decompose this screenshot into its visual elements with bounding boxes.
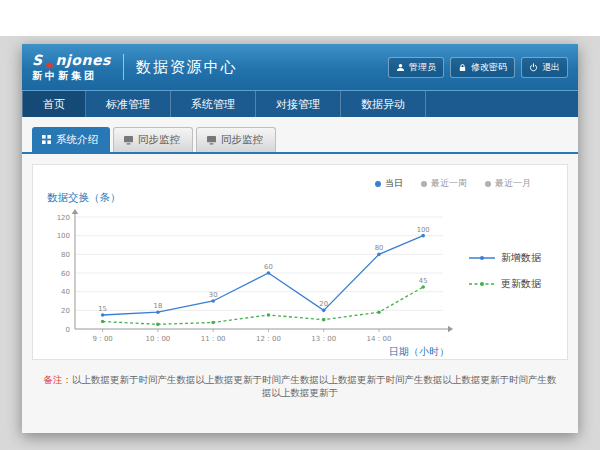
tab-label: 同步监控 (221, 133, 263, 147)
svg-text:30: 30 (209, 291, 218, 299)
user-button-label: 管理员 (409, 61, 436, 74)
brand-logo: S njones 新中新集团 (32, 53, 111, 80)
page-title: 数据资源中心 (136, 58, 238, 77)
change-password-label: 修改密码 (471, 61, 507, 74)
series-legend-item[interactable]: 更新数据 (469, 277, 541, 291)
tab-bar: 系统介绍 同步监控 同步监控 (22, 127, 578, 154)
header-actions: 管理员 修改密码 退出 (388, 57, 568, 78)
series-line-sample (469, 280, 495, 288)
monitor-icon (207, 136, 216, 145)
legend-item-last-week[interactable]: 最近一周 (421, 177, 467, 190)
monitor-icon (124, 136, 133, 145)
svg-text:60: 60 (264, 263, 273, 271)
legend-item-last-month[interactable]: 最近一月 (485, 177, 531, 190)
svg-text:12：00: 12：00 (256, 335, 281, 343)
user-button[interactable]: 管理员 (388, 57, 444, 78)
svg-text:80: 80 (61, 251, 70, 259)
note-label: 备注： (44, 374, 73, 385)
legend-dot (485, 181, 491, 187)
header-divider (123, 54, 124, 80)
legend-dot (421, 181, 427, 187)
svg-text:80: 80 (375, 244, 384, 252)
logout-button[interactable]: 退出 (521, 57, 568, 78)
nav-item-data-change[interactable]: 数据异动 (341, 91, 426, 117)
footer-note: 备注：以上数据更新于时间产生数据以上数据更新于时间产生数据以上数据更新于时间产生… (22, 374, 578, 400)
nav-item-system-mgmt[interactable]: 系统管理 (171, 91, 256, 117)
logo-text-first: S (32, 53, 43, 68)
logout-label: 退出 (542, 61, 560, 74)
app-window: S njones 新中新集团 数据资源中心 管理员 (22, 44, 578, 433)
svg-text:60: 60 (61, 270, 70, 278)
legend-item-today[interactable]: 当日 (375, 177, 403, 190)
x-axis-title: 日期（小时） (45, 345, 449, 359)
svg-text:20: 20 (319, 300, 328, 308)
line-chart-svg: 0204060801001209：0010：0011：0012：0013：001… (45, 207, 455, 349)
app-header: S njones 新中新集团 数据资源中心 管理员 (22, 44, 578, 90)
svg-text:18: 18 (154, 302, 163, 310)
svg-text:120: 120 (57, 214, 70, 222)
chart-panel: 当日 最近一周 最近一月 数据交换（条） 0204060801001209：00… (32, 164, 568, 360)
tab-label: 同步监控 (138, 133, 180, 147)
series-legend: 新增数据更新数据 (455, 207, 541, 359)
svg-text:100: 100 (417, 226, 430, 234)
power-icon (529, 63, 538, 72)
grid-icon (42, 135, 51, 144)
svg-text:13：00: 13：00 (311, 335, 336, 343)
lock-icon (458, 63, 467, 72)
svg-text:100: 100 (57, 232, 70, 240)
svg-text:14：00: 14：00 (367, 335, 392, 343)
svg-text:0: 0 (66, 326, 70, 334)
series-name: 更新数据 (501, 277, 541, 291)
svg-text:11：00: 11：00 (201, 335, 226, 343)
y-axis-title: 数据交换（条） (47, 191, 555, 205)
svg-text:45: 45 (419, 277, 428, 285)
svg-text:15: 15 (98, 305, 107, 313)
period-legend: 当日 最近一周 最近一月 (375, 177, 531, 190)
legend-dot (375, 181, 381, 187)
nav-item-home[interactable]: 首页 (22, 91, 86, 117)
series-name: 新增数据 (501, 251, 541, 265)
nav-item-standard-mgmt[interactable]: 标准管理 (86, 91, 171, 117)
tab-label: 系统介绍 (56, 133, 98, 147)
nav-item-connect-mgmt[interactable]: 对接管理 (256, 91, 341, 117)
main-nav: 首页 标准管理 系统管理 对接管理 数据异动 (22, 90, 578, 117)
series-line-sample (469, 254, 495, 262)
svg-text:20: 20 (61, 307, 70, 315)
svg-text:40: 40 (61, 288, 70, 296)
logo-mark-icon (45, 56, 54, 65)
tab-system-intro[interactable]: 系统介绍 (32, 127, 110, 152)
tab-sync-monitor-1[interactable]: 同步监控 (113, 127, 193, 152)
note-text: 以上数据更新于时间产生数据以上数据更新于时间产生数据以上数据更新于时间产生数据以… (72, 374, 557, 398)
legend-label: 最近一周 (431, 177, 467, 190)
svg-text:9：00: 9：00 (92, 335, 112, 343)
legend-label: 最近一月 (495, 177, 531, 190)
content-area: 系统介绍 同步监控 同步监控 当日 最近一周 (22, 117, 578, 433)
series-legend-item[interactable]: 新增数据 (469, 251, 541, 265)
tab-sync-monitor-2[interactable]: 同步监控 (196, 127, 276, 152)
change-password-button[interactable]: 修改密码 (450, 57, 515, 78)
logo-text-rest: njones (56, 53, 111, 68)
svg-text:10：00: 10：00 (145, 335, 170, 343)
legend-label: 当日 (385, 177, 403, 190)
user-icon (396, 63, 405, 72)
logo-subtitle: 新中新集团 (32, 70, 97, 81)
chart-row: 0204060801001209：0010：0011：0012：0013：001… (45, 207, 555, 359)
